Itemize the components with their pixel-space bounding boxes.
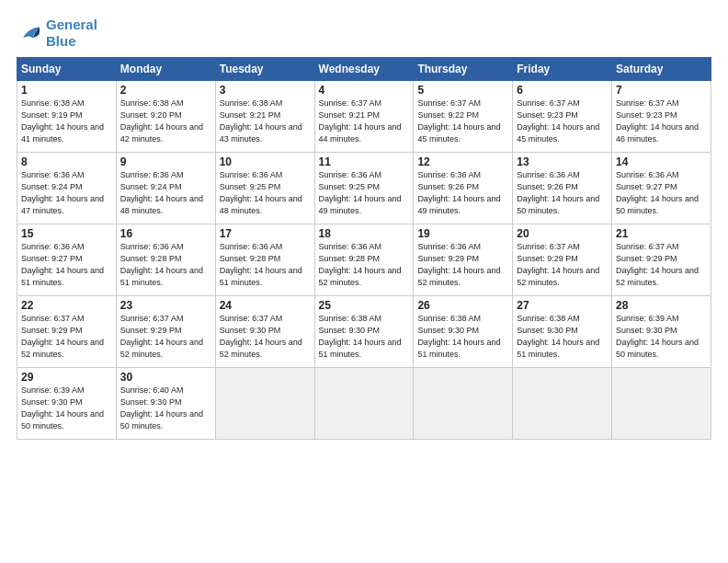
day-cell-21: 21 Sunrise: 6:37 AM Sunset: 9:29 PM Dayl… xyxy=(612,224,711,296)
day-cell-7: 7 Sunrise: 6:37 AM Sunset: 9:23 PM Dayli… xyxy=(612,81,711,153)
day-number: 24 xyxy=(220,299,311,312)
day-number: 26 xyxy=(417,299,508,312)
day-number: 13 xyxy=(517,155,608,168)
page: General Blue Sunday Monday Tuesday Wedne… xyxy=(0,0,728,563)
day-info: Sunrise: 6:37 AM Sunset: 9:29 PM Dayligh… xyxy=(616,241,707,289)
day-info: Sunrise: 6:36 AM Sunset: 9:24 PM Dayligh… xyxy=(120,169,211,217)
weekday-header-row: Sunday Monday Tuesday Wednesday Thursday… xyxy=(17,58,711,81)
day-cell-25: 25 Sunrise: 6:38 AM Sunset: 9:30 PM Dayl… xyxy=(314,296,414,368)
day-info: Sunrise: 6:36 AM Sunset: 9:29 PM Dayligh… xyxy=(417,241,508,289)
day-number: 28 xyxy=(616,299,707,312)
header-tuesday: Tuesday xyxy=(215,58,314,81)
day-cell-10: 10 Sunrise: 6:36 AM Sunset: 9:25 PM Dayl… xyxy=(215,153,314,224)
empty-cell xyxy=(414,368,513,440)
day-cell-17: 17 Sunrise: 6:36 AM Sunset: 9:28 PM Dayl… xyxy=(215,224,314,296)
empty-cell xyxy=(513,368,612,440)
header-friday: Friday xyxy=(513,58,612,81)
day-info: Sunrise: 6:40 AM Sunset: 9:30 PM Dayligh… xyxy=(120,385,211,432)
logo-text-blue: Blue xyxy=(46,33,97,50)
day-number: 9 xyxy=(120,155,211,168)
day-cell-5: 5 Sunrise: 6:37 AM Sunset: 9:22 PM Dayli… xyxy=(414,81,513,153)
week-row-2: 8 Sunrise: 6:36 AM Sunset: 9:24 PM Dayli… xyxy=(17,153,711,224)
day-cell-8: 8 Sunrise: 6:36 AM Sunset: 9:24 PM Dayli… xyxy=(17,153,117,224)
day-number: 12 xyxy=(417,155,508,168)
week-row-3: 15 Sunrise: 6:36 AM Sunset: 9:27 PM Dayl… xyxy=(17,224,711,296)
day-info: Sunrise: 6:36 AM Sunset: 9:26 PM Dayligh… xyxy=(417,169,508,217)
day-cell-16: 16 Sunrise: 6:36 AM Sunset: 9:28 PM Dayl… xyxy=(116,224,215,296)
day-number: 15 xyxy=(21,227,112,240)
day-info: Sunrise: 6:36 AM Sunset: 9:27 PM Dayligh… xyxy=(616,169,707,217)
day-cell-9: 9 Sunrise: 6:36 AM Sunset: 9:24 PM Dayli… xyxy=(116,153,215,224)
day-info: Sunrise: 6:39 AM Sunset: 9:30 PM Dayligh… xyxy=(21,385,112,432)
day-number: 11 xyxy=(319,155,410,168)
day-info: Sunrise: 6:37 AM Sunset: 9:22 PM Dayligh… xyxy=(417,98,508,145)
day-number: 6 xyxy=(517,84,608,97)
day-info: Sunrise: 6:38 AM Sunset: 9:30 PM Dayligh… xyxy=(319,313,410,361)
day-info: Sunrise: 6:38 AM Sunset: 9:21 PM Dayligh… xyxy=(220,98,311,145)
header: General Blue xyxy=(17,17,711,50)
day-info: Sunrise: 6:37 AM Sunset: 9:29 PM Dayligh… xyxy=(21,313,112,361)
day-info: Sunrise: 6:38 AM Sunset: 9:19 PM Dayligh… xyxy=(21,98,112,145)
day-number: 21 xyxy=(616,227,707,240)
empty-cell xyxy=(612,368,711,440)
day-number: 27 xyxy=(517,299,608,312)
day-cell-12: 12 Sunrise: 6:36 AM Sunset: 9:26 PM Dayl… xyxy=(414,153,513,224)
header-thursday: Thursday xyxy=(414,58,513,81)
day-info: Sunrise: 6:39 AM Sunset: 9:30 PM Dayligh… xyxy=(616,313,707,361)
header-sunday: Sunday xyxy=(17,58,117,81)
day-number: 20 xyxy=(517,227,608,240)
day-number: 14 xyxy=(616,155,707,168)
day-number: 23 xyxy=(120,299,211,312)
day-cell-14: 14 Sunrise: 6:36 AM Sunset: 9:27 PM Dayl… xyxy=(612,153,711,224)
day-number: 1 xyxy=(21,84,112,97)
day-info: Sunrise: 6:36 AM Sunset: 9:25 PM Dayligh… xyxy=(319,169,410,217)
day-info: Sunrise: 6:37 AM Sunset: 9:21 PM Dayligh… xyxy=(319,98,410,145)
day-number: 8 xyxy=(21,155,112,168)
day-cell-4: 4 Sunrise: 6:37 AM Sunset: 9:21 PM Dayli… xyxy=(314,81,414,153)
day-info: Sunrise: 6:36 AM Sunset: 9:28 PM Dayligh… xyxy=(120,241,211,289)
day-cell-24: 24 Sunrise: 6:37 AM Sunset: 9:30 PM Dayl… xyxy=(215,296,314,368)
day-number: 19 xyxy=(417,227,508,240)
day-number: 3 xyxy=(220,84,311,97)
day-cell-29: 29 Sunrise: 6:39 AM Sunset: 9:30 PM Dayl… xyxy=(17,368,117,440)
day-number: 30 xyxy=(120,371,211,384)
week-row-1: 1 Sunrise: 6:38 AM Sunset: 9:19 PM Dayli… xyxy=(17,81,711,153)
day-cell-20: 20 Sunrise: 6:37 AM Sunset: 9:29 PM Dayl… xyxy=(513,224,612,296)
day-cell-2: 2 Sunrise: 6:38 AM Sunset: 9:20 PM Dayli… xyxy=(116,81,215,153)
day-number: 5 xyxy=(417,84,508,97)
empty-cell xyxy=(215,368,314,440)
day-number: 29 xyxy=(21,371,112,384)
day-cell-15: 15 Sunrise: 6:36 AM Sunset: 9:27 PM Dayl… xyxy=(17,224,117,296)
day-cell-6: 6 Sunrise: 6:37 AM Sunset: 9:23 PM Dayli… xyxy=(513,81,612,153)
day-number: 7 xyxy=(616,84,707,97)
day-info: Sunrise: 6:36 AM Sunset: 9:28 PM Dayligh… xyxy=(220,241,311,289)
day-info: Sunrise: 6:36 AM Sunset: 9:24 PM Dayligh… xyxy=(21,169,112,217)
day-cell-11: 11 Sunrise: 6:36 AM Sunset: 9:25 PM Dayl… xyxy=(314,153,414,224)
day-cell-28: 28 Sunrise: 6:39 AM Sunset: 9:30 PM Dayl… xyxy=(612,296,711,368)
logo: General Blue xyxy=(17,17,97,50)
day-cell-26: 26 Sunrise: 6:38 AM Sunset: 9:30 PM Dayl… xyxy=(414,296,513,368)
day-number: 2 xyxy=(120,84,211,97)
day-info: Sunrise: 6:36 AM Sunset: 9:27 PM Dayligh… xyxy=(21,241,112,289)
day-info: Sunrise: 6:38 AM Sunset: 9:30 PM Dayligh… xyxy=(417,313,508,361)
day-number: 22 xyxy=(21,299,112,312)
header-wednesday: Wednesday xyxy=(314,58,414,81)
day-cell-22: 22 Sunrise: 6:37 AM Sunset: 9:29 PM Dayl… xyxy=(17,296,117,368)
day-cell-19: 19 Sunrise: 6:36 AM Sunset: 9:29 PM Dayl… xyxy=(414,224,513,296)
day-info: Sunrise: 6:38 AM Sunset: 9:20 PM Dayligh… xyxy=(120,98,211,145)
day-number: 16 xyxy=(120,227,211,240)
day-cell-30: 30 Sunrise: 6:40 AM Sunset: 9:30 PM Dayl… xyxy=(116,368,215,440)
day-info: Sunrise: 6:36 AM Sunset: 9:26 PM Dayligh… xyxy=(517,169,608,217)
day-cell-3: 3 Sunrise: 6:38 AM Sunset: 9:21 PM Dayli… xyxy=(215,81,314,153)
day-info: Sunrise: 6:37 AM Sunset: 9:29 PM Dayligh… xyxy=(517,241,608,289)
week-row-4: 22 Sunrise: 6:37 AM Sunset: 9:29 PM Dayl… xyxy=(17,296,711,368)
day-number: 25 xyxy=(319,299,410,312)
empty-cell xyxy=(314,368,414,440)
day-info: Sunrise: 6:37 AM Sunset: 9:23 PM Dayligh… xyxy=(616,98,707,145)
day-info: Sunrise: 6:38 AM Sunset: 9:30 PM Dayligh… xyxy=(517,313,608,361)
header-monday: Monday xyxy=(116,58,215,81)
day-cell-18: 18 Sunrise: 6:36 AM Sunset: 9:28 PM Dayl… xyxy=(314,224,414,296)
day-number: 10 xyxy=(220,155,311,168)
header-saturday: Saturday xyxy=(612,58,711,81)
logo-text-general: General xyxy=(46,17,97,33)
